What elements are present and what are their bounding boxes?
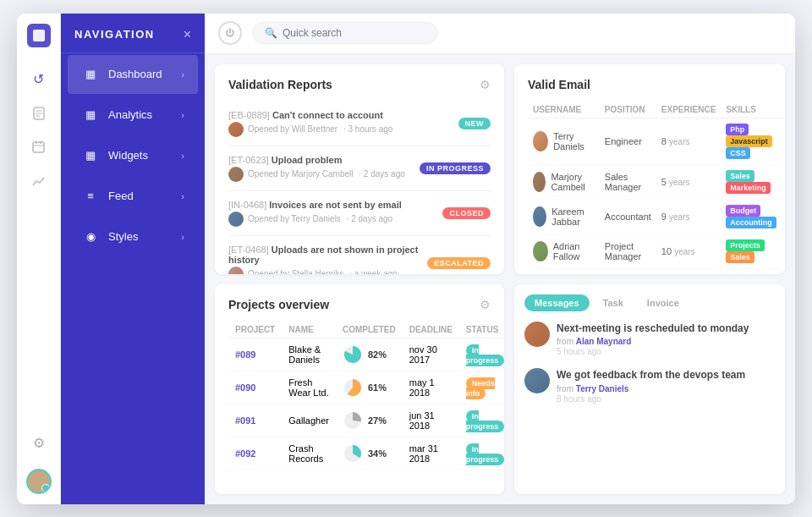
proj-completed: 61% xyxy=(336,371,403,404)
icon-refresh[interactable]: ↺ xyxy=(24,64,54,95)
proj-col-header: Name xyxy=(282,322,336,338)
message-item: We got feedback from the devops team fro… xyxy=(524,368,775,404)
styles-label: Styles xyxy=(108,230,138,243)
power-button[interactable] xyxy=(218,21,242,45)
projects-table: ProjectNameCompletedDeadlineStatusAction… xyxy=(228,322,504,470)
msg-time: 5 hours ago xyxy=(557,347,749,356)
icon-calendar[interactable] xyxy=(24,132,54,162)
msg-text: Next-meeting is rescheduled to monday xyxy=(557,322,749,336)
report-badge: In progress xyxy=(420,162,491,174)
app-logo[interactable] xyxy=(27,24,51,47)
status-badge: In progress xyxy=(466,443,504,465)
user-position: Project Manager xyxy=(600,234,656,268)
report-opener-text: Opened by Stella Henriks xyxy=(248,269,343,274)
nav-header: Navigation × xyxy=(61,14,205,53)
skill-tag: Projects xyxy=(726,239,765,251)
chevron-icon: › xyxy=(181,69,184,80)
proj-col-header: Deadline xyxy=(403,322,459,338)
email-table-row: Adrian Fallow Project Manager 10 years P… xyxy=(528,234,783,268)
user-position: Engineer xyxy=(600,118,656,164)
user-position: Sales Manager xyxy=(600,268,656,274)
user-avatar[interactable] xyxy=(26,469,52,494)
projects-settings-icon[interactable]: ⚙ xyxy=(480,298,491,311)
email-table-row: Marjory Cambell Sales Manager 5 years Sa… xyxy=(528,164,783,199)
valid-email-title: Valid Email xyxy=(528,78,590,91)
user-skills: ProjectsSales xyxy=(721,234,783,268)
msg-time: 8 hours ago xyxy=(557,394,745,404)
search-icon: 🔍 xyxy=(265,27,277,39)
skill-tag: CSS xyxy=(726,147,750,159)
user-skills: MarketingSales xyxy=(721,268,783,274)
user-experience: 5 years xyxy=(656,164,721,199)
chevron-icon: › xyxy=(181,151,184,161)
proj-status: Needs info xyxy=(459,371,504,404)
proj-completed: 34% xyxy=(336,437,403,470)
email-col-header: Position xyxy=(600,102,656,118)
skill-tag: Sales xyxy=(726,170,754,182)
user-experience: 7 years xyxy=(656,268,721,274)
icon-chart[interactable] xyxy=(24,166,54,196)
proj-completed: 27% xyxy=(336,404,403,437)
tab-invoice[interactable]: Invoice xyxy=(637,294,689,311)
proj-id: #090 xyxy=(228,371,282,404)
sidebar-item-styles[interactable]: ◉ Styles › xyxy=(68,217,198,256)
report-id: [ET-0623] Upload problem xyxy=(228,155,405,165)
report-opener-text: Opened by Marjory Cambell xyxy=(248,169,354,179)
main-content: 🔍 Validation Reports ⚙ [EB-0889] Can't c… xyxy=(205,14,795,504)
messages-list: Next-meeting is rescheduled to monday fr… xyxy=(524,322,775,404)
icon-gear[interactable]: ⚙ xyxy=(24,428,54,459)
email-table-row: Helen Miller Sales Manager 7 years Marke… xyxy=(528,268,783,274)
sidebar-item-analytics[interactable]: ▦ Analytics › xyxy=(68,96,198,135)
report-badge: Escalated xyxy=(427,257,491,269)
user-position: Accountant xyxy=(600,199,656,234)
report-item: [ET-0468] Uploads are not shown in proje… xyxy=(228,236,491,274)
proj-deadline: may 1 2018 xyxy=(403,371,459,404)
icon-document[interactable] xyxy=(24,98,54,129)
analytics-icon: ▦ xyxy=(81,106,100,124)
sidebar-item-widgets[interactable]: ▦ Widgets › xyxy=(68,136,198,175)
tab-task[interactable]: Task xyxy=(593,294,634,311)
skill-tag: Budget xyxy=(726,205,760,217)
user-name: Marjory Cambell xyxy=(551,172,594,192)
proj-col-header: Status xyxy=(459,322,504,338)
user-name: Kareem Jabbar xyxy=(551,206,595,227)
tab-messages[interactable]: Messages xyxy=(524,294,590,311)
proj-col-header: Project xyxy=(228,322,282,338)
sidebar-item-dashboard[interactable]: ▦ Dashboard › xyxy=(68,55,198,94)
chevron-icon: › xyxy=(181,110,184,120)
proj-name: Blake & Daniels xyxy=(282,338,336,371)
project-row: #092 Crash Records 34% mar 31 2018 In pr… xyxy=(228,437,504,470)
feed-icon: ≡ xyxy=(81,187,100,206)
msg-from: from Terry Daniels xyxy=(557,384,745,393)
msg-sender: Terry Daniels xyxy=(576,384,629,393)
user-avatar xyxy=(533,131,548,151)
content-area: Validation Reports ⚙ [EB-0889] Can't con… xyxy=(205,54,795,504)
proj-status: In progress xyxy=(459,338,504,371)
skill-tag: Accounting xyxy=(726,217,776,228)
proj-status: In progress xyxy=(459,404,504,437)
msg-avatar xyxy=(524,368,550,393)
sidebar-item-feed[interactable]: ≡ Feed › xyxy=(68,177,198,216)
proj-deadline: mar 31 2018 xyxy=(403,437,459,470)
close-nav-button[interactable]: × xyxy=(184,27,191,42)
search-input[interactable] xyxy=(283,27,425,39)
proj-id: #089 xyxy=(228,338,282,371)
user-skills: BudgetAccounting xyxy=(721,199,783,234)
project-row: #090 Fresh Wear Ltd. 61% may 1 2018 Need… xyxy=(228,371,504,404)
proj-completed: 82% xyxy=(336,338,403,371)
user-experience: 8 years xyxy=(656,118,721,164)
validation-settings-icon[interactable]: ⚙ xyxy=(480,78,491,91)
email-table-row: Kareem Jabbar Accountant 9 years BudgetA… xyxy=(528,199,783,234)
proj-id: #092 xyxy=(228,437,282,470)
proj-deadline: nov 30 2017 xyxy=(403,338,459,371)
validation-title: Validation Reports xyxy=(228,78,332,91)
proj-name: Gallagher xyxy=(282,404,336,437)
report-list: [EB-0889] Can't connect to account Opene… xyxy=(228,102,491,274)
report-item: [ET-0623] Upload problem Opened by Marjo… xyxy=(228,146,491,191)
report-id: [ET-0468] Uploads are not shown in proje… xyxy=(228,245,427,265)
proj-status: In progress xyxy=(459,437,504,470)
skill-tag: Sales xyxy=(726,251,754,263)
proj-name: Crash Records xyxy=(282,437,336,470)
email-table-row: Terry Daniels Engineer 8 years PhpJavasc… xyxy=(528,118,783,164)
styles-icon: ◉ xyxy=(81,228,100,246)
